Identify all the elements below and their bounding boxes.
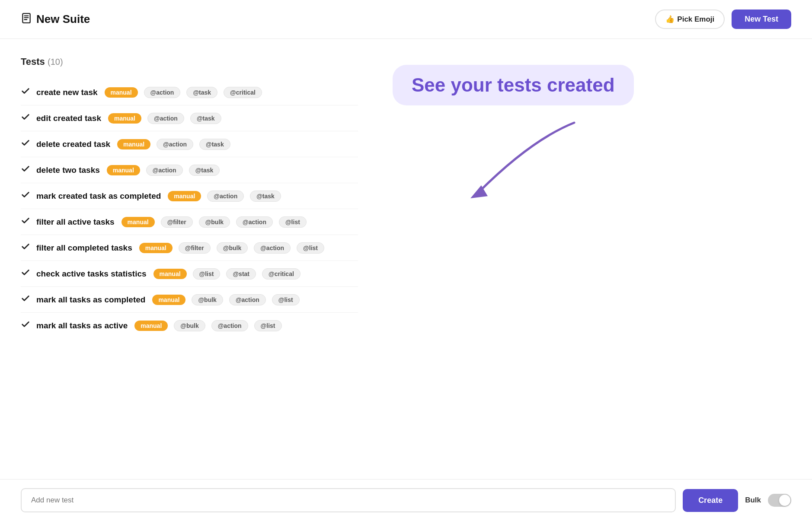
test-tag: @task: [189, 165, 220, 176]
test-item: check active tasks statisticsmanual@list…: [21, 261, 358, 287]
test-tag: manual: [139, 243, 173, 253]
test-tag: manual: [117, 139, 150, 149]
footer: Create Bulk: [0, 479, 812, 521]
callout-bubble: See your tests created: [393, 65, 634, 105]
test-item: filter all completed tasksmanual@filter@…: [21, 235, 358, 261]
test-name: create new task: [36, 88, 98, 97]
checkmark-icon: [21, 86, 30, 98]
tests-header: Tests (10): [21, 56, 358, 67]
test-tag: manual: [121, 217, 155, 227]
checkmark-icon: [21, 320, 30, 331]
checkmark-icon: [21, 242, 30, 254]
arrow-graphic: [444, 114, 591, 211]
toggle-knob: [779, 495, 790, 506]
test-tag: @bulk: [217, 242, 248, 254]
test-tag: @list: [297, 242, 324, 254]
bulk-label: Bulk: [745, 496, 761, 505]
test-tag: @list: [272, 294, 300, 305]
bulk-toggle[interactable]: [768, 494, 791, 507]
pick-emoji-label: Pick Emoji: [677, 15, 714, 24]
test-tag: manual: [107, 165, 140, 175]
header-left: New Suite: [21, 13, 90, 26]
test-tag: @action: [146, 165, 183, 176]
suite-icon: [21, 13, 32, 26]
callout-text: See your tests created: [412, 74, 615, 95]
test-tag: manual: [134, 321, 168, 331]
test-tag: @task: [250, 191, 281, 202]
test-tag: manual: [108, 113, 141, 124]
test-tag: @action: [236, 216, 273, 228]
test-name: delete two tasks: [36, 165, 100, 175]
test-name: mark created task as completed: [36, 191, 161, 201]
test-tag: manual: [152, 295, 185, 305]
test-tag: @action: [229, 294, 266, 305]
test-tag: @task: [190, 113, 221, 124]
suite-title: New Suite: [36, 13, 90, 26]
checkmark-icon: [21, 294, 30, 305]
tests-label: Tests: [21, 56, 45, 67]
tests-panel: Tests (10) create new taskmanual@action@…: [21, 56, 358, 338]
test-tag: @action: [211, 320, 248, 331]
test-tag: @action: [207, 191, 244, 202]
test-name: mark all tasks as active: [36, 321, 128, 330]
create-button[interactable]: Create: [683, 489, 738, 512]
test-tag: @action: [157, 139, 193, 150]
test-item: filter all active tasksmanual@filter@bul…: [21, 209, 358, 235]
test-name: delete created task: [36, 140, 110, 149]
test-tag: manual: [168, 191, 201, 201]
test-tag: @filter: [161, 216, 193, 228]
checkmark-icon: [21, 138, 30, 150]
test-name: check active tasks statistics: [36, 269, 147, 279]
test-tag: @bulk: [199, 216, 230, 228]
checkmark-icon: [21, 268, 30, 280]
test-tag: @bulk: [174, 320, 205, 331]
test-tag: @critical: [224, 87, 262, 98]
test-tag: @filter: [179, 242, 211, 254]
tests-count: (10): [48, 57, 63, 67]
test-name: mark all tasks as completed: [36, 295, 145, 305]
new-test-button[interactable]: New Test: [732, 10, 791, 29]
checkmark-icon: [21, 216, 30, 228]
test-tag: @task: [199, 139, 230, 150]
test-name: filter all active tasks: [36, 217, 115, 227]
checkmark-icon: [21, 112, 30, 124]
test-tag: @critical: [262, 268, 301, 280]
main-content: Tests (10) create new taskmanual@action@…: [0, 39, 812, 356]
test-item: delete created taskmanual@action@task: [21, 131, 358, 157]
test-tag: @action: [254, 242, 291, 254]
test-item: create new taskmanual@action@task@critic…: [21, 79, 358, 105]
checkmark-icon: [21, 164, 30, 176]
header-right: 👍 Pick Emoji New Test: [655, 10, 791, 29]
test-item: delete two tasksmanual@action@task: [21, 157, 358, 183]
add-test-input[interactable]: [21, 488, 676, 512]
test-tag: @stat: [226, 268, 256, 280]
test-list: create new taskmanual@action@task@critic…: [21, 79, 358, 338]
callout-panel: See your tests created: [358, 56, 791, 338]
pick-emoji-button[interactable]: 👍 Pick Emoji: [655, 10, 725, 29]
header: New Suite 👍 Pick Emoji New Test: [0, 0, 812, 39]
test-tag: @action: [147, 113, 184, 124]
test-tag: @list: [193, 268, 221, 280]
test-name: filter all completed tasks: [36, 243, 132, 253]
test-tag: manual: [105, 87, 138, 98]
test-item: mark all tasks as completedmanual@bulk@a…: [21, 287, 358, 313]
test-tag: @list: [254, 320, 282, 331]
test-item: mark created task as completedmanual@act…: [21, 183, 358, 209]
test-name: edit created task: [36, 114, 101, 123]
test-tag: @task: [186, 87, 217, 98]
test-tag: manual: [153, 269, 187, 279]
checkmark-icon: [21, 190, 30, 202]
emoji-icon: 👍: [665, 15, 675, 24]
test-tag: @action: [144, 87, 181, 98]
test-item: mark all tasks as activemanual@bulk@acti…: [21, 313, 358, 338]
test-tag: @bulk: [192, 294, 223, 305]
test-item: edit created taskmanual@action@task: [21, 105, 358, 131]
test-tag: @list: [279, 216, 307, 228]
